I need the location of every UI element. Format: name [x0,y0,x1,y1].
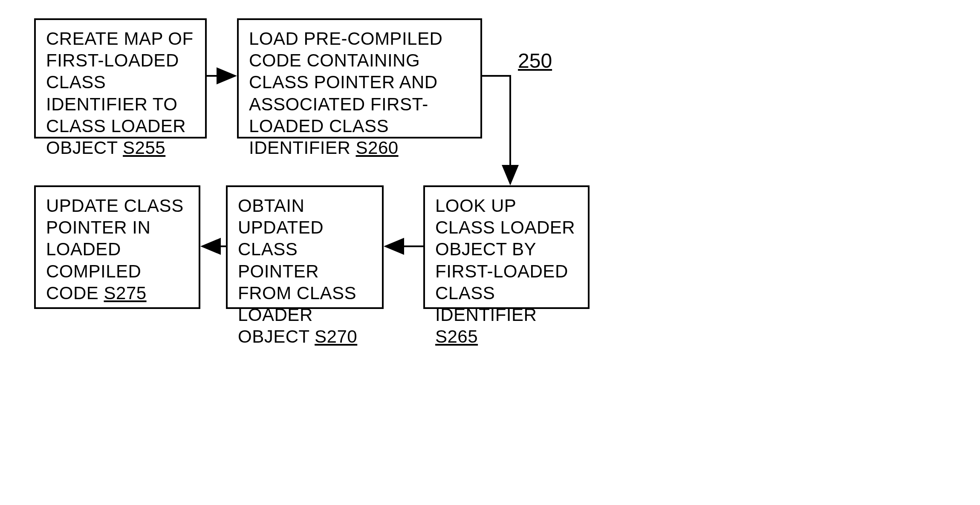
box-s260: LOAD PRE-COMPILED CODE CONTAINING CLASS … [237,18,482,139]
box-s270-ref: S270 [315,326,357,346]
box-s265-ref: S265 [435,326,478,346]
box-s260-ref: S260 [356,138,399,158]
box-s275-ref: S275 [104,283,147,303]
box-s275: UPDATE CLASS POINTER IN LOADED COMPILED … [34,185,200,309]
box-s270-text: OBTAIN UPDATED CLASS POINTER FROM CLASS … [238,196,356,346]
box-s260-text: LOAD PRE-COMPILED CODE CONTAINING CLASS … [249,29,442,158]
box-s265: LOOK UP CLASS LOADER OBJECT BY FIRST-LOA… [423,185,590,309]
box-s270: OBTAIN UPDATED CLASS POINTER FROM CLASS … [226,185,384,309]
box-s265-text: LOOK UP CLASS LOADER OBJECT BY FIRST-LOA… [435,196,575,325]
figure-number: 250 [518,49,552,72]
box-s255-text: CREATE MAP OF FIRST-LOADED CLASS IDENTIF… [46,29,194,158]
box-s255-ref: S255 [123,138,165,158]
arrow-s260-s265 [482,76,510,184]
box-s255: CREATE MAP OF FIRST-LOADED CLASS IDENTIF… [34,18,207,139]
flowchart-canvas: 250 CREATE MAP OF FIRST-LOADED CLASS IDE… [0,0,980,505]
